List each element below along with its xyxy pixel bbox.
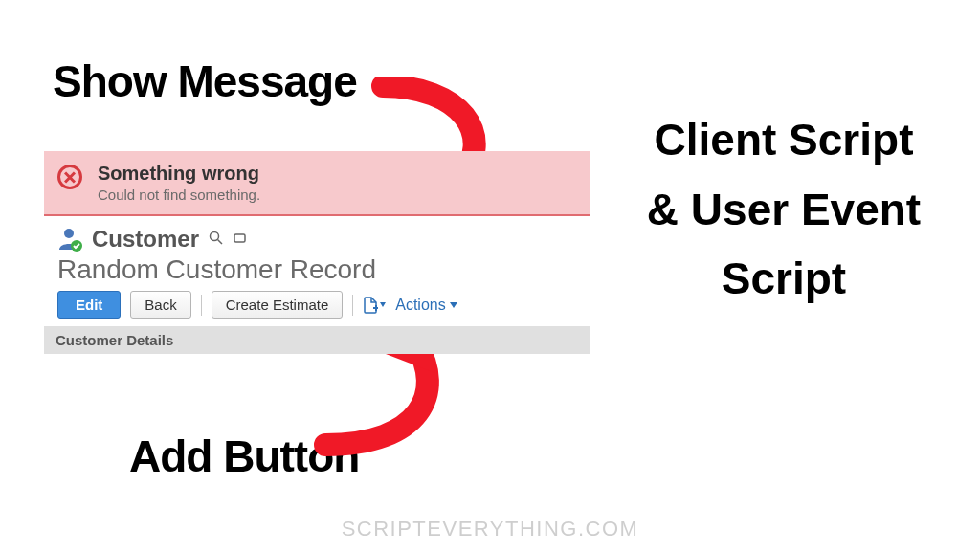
record-title: Random Customer Record [44,253,590,291]
record-type-label: Customer [92,226,199,253]
search-icon[interactable] [209,231,223,248]
customer-icon [57,227,82,252]
chevron-down-icon [450,302,457,308]
watermark: SCRIPTEVERYTHING.COM [342,517,639,541]
annotation-add-button: Add Button [129,430,359,482]
shortcut-icon[interactable] [233,231,247,248]
attach-icon[interactable] [363,297,386,314]
error-banner: Something wrong Could not find something… [44,151,590,216]
back-button[interactable]: Back [130,291,190,319]
annotation-show-message: Show Message [53,55,357,107]
edit-button[interactable]: Edit [57,291,121,319]
error-subtitle: Could not find something. [98,187,576,203]
record-header: Customer [44,216,590,253]
create-estimate-button[interactable]: Create Estimate [212,291,344,319]
svg-point-4 [211,232,219,241]
separator [201,295,202,316]
error-icon [57,165,82,189]
svg-point-2 [64,229,74,238]
article-title: Client Script & User Event Script [645,105,923,314]
actions-menu[interactable]: Actions [395,297,457,314]
button-row: Edit Back Create Estimate Actions [44,291,590,326]
svg-rect-6 [234,234,245,242]
actions-label: Actions [395,297,445,314]
separator [352,295,353,316]
svg-line-5 [218,240,223,245]
section-header: Customer Details [44,326,590,354]
record-screenshot-panel: Something wrong Could not find something… [44,151,590,354]
error-title: Something wrong [98,163,576,185]
